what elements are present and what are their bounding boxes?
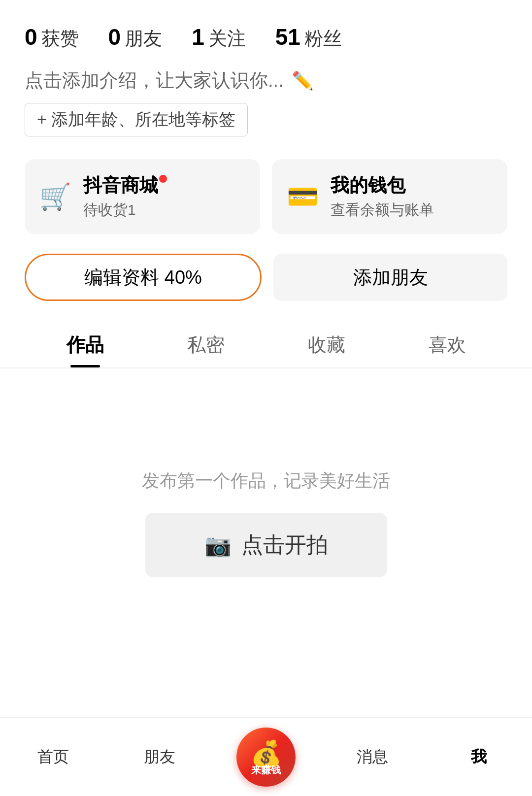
stats-row: 0 获赞 0 朋友 1 关注 51 粉丝 xyxy=(0,0,532,63)
tab-works-label: 作品 xyxy=(66,334,104,355)
tab-works[interactable]: 作品 xyxy=(25,321,145,367)
shop-card[interactable]: 🛒 抖音商城 待收货1 xyxy=(25,159,260,234)
page-wrapper: 0 获赞 0 朋友 1 关注 51 粉丝 点击添加介绍，让大家认识你... ✏️… xyxy=(0,0,532,796)
stat-friends-label: 朋友 xyxy=(125,26,162,51)
tab-likes[interactable]: 喜欢 xyxy=(387,321,507,367)
shop-card-subtitle: 待收货1 xyxy=(83,200,158,220)
earn-label: 来赚钱 xyxy=(251,765,281,775)
bio-text-row[interactable]: 点击添加介绍，让大家认识你... ✏️ xyxy=(25,68,507,93)
nav-me-label: 我 xyxy=(471,746,487,768)
nav-friends[interactable]: 朋友 xyxy=(106,746,213,768)
wallet-card-text: 我的钱包 查看余额与账单 xyxy=(331,173,434,220)
tabs-row: 作品 私密 收藏 喜欢 xyxy=(0,321,532,368)
tab-private[interactable]: 私密 xyxy=(145,321,266,367)
wallet-card[interactable]: 💳 我的钱包 查看余额与账单 xyxy=(272,159,507,234)
empty-state-text: 发布第一个作品，记录美好生活 xyxy=(142,469,390,493)
tab-private-label: 私密 xyxy=(187,334,225,355)
camera-icon: 📷 xyxy=(204,532,232,558)
stat-fans: 51 粉丝 xyxy=(275,24,342,51)
add-tag-button[interactable]: + 添加年龄、所在地等标签 xyxy=(25,103,248,136)
shop-card-text: 抖音商城 待收货1 xyxy=(83,173,158,220)
earn-button[interactable]: 💰 来赚钱 xyxy=(236,728,296,787)
shoot-button[interactable]: 📷 点击开拍 xyxy=(145,513,387,577)
stat-following: 1 关注 xyxy=(192,24,246,51)
add-friend-label: 添加朋友 xyxy=(353,265,428,290)
nav-me[interactable]: 我 xyxy=(426,746,532,768)
stat-friends-number: 0 xyxy=(108,24,121,50)
cards-row: 🛒 抖音商城 待收货1 💳 我的钱包 查看余额与账单 xyxy=(0,144,532,249)
stat-fans-number: 51 xyxy=(275,24,300,50)
nav-friends-label: 朋友 xyxy=(144,746,175,768)
shoot-button-label: 点击开拍 xyxy=(241,531,328,560)
stat-friends: 0 朋友 xyxy=(108,24,163,51)
nav-messages[interactable]: 消息 xyxy=(319,746,426,768)
wallet-icon: 💳 xyxy=(287,182,319,212)
shop-icon: 🛒 xyxy=(39,182,71,212)
tab-favorites[interactable]: 收藏 xyxy=(266,321,387,367)
shop-card-title: 抖音商城 xyxy=(83,173,158,198)
stat-following-number: 1 xyxy=(192,24,204,50)
earn-inner: 💰 来赚钱 xyxy=(250,739,282,775)
edit-profile-label: 编辑资料 40% xyxy=(84,265,202,290)
nav-earn-center[interactable]: 💰 来赚钱 xyxy=(213,728,319,787)
action-row: 编辑资料 40% 添加朋友 xyxy=(0,249,532,316)
tab-favorites-label: 收藏 xyxy=(308,334,345,355)
bio-placeholder: 点击添加介绍，让大家认识你... xyxy=(25,68,284,93)
stat-following-label: 关注 xyxy=(208,26,246,51)
stat-likes-number: 0 xyxy=(25,24,37,50)
stat-likes-label: 获赞 xyxy=(41,26,79,51)
edit-profile-button[interactable]: 编辑资料 40% xyxy=(25,254,262,301)
nav-home-label: 首页 xyxy=(37,746,69,768)
stat-fans-label: 粉丝 xyxy=(304,26,342,51)
wallet-card-title: 我的钱包 xyxy=(331,173,434,198)
tab-likes-label: 喜欢 xyxy=(429,334,466,355)
nav-messages-label: 消息 xyxy=(357,746,388,768)
stat-likes: 0 获赞 xyxy=(25,24,79,51)
bio-section: 点击添加介绍，让大家认识你... ✏️ + 添加年龄、所在地等标签 xyxy=(0,63,532,144)
add-friend-button[interactable]: 添加朋友 xyxy=(273,254,507,301)
content-area: 发布第一个作品，记录美好生活 📷 点击开拍 xyxy=(0,368,532,717)
notification-dot xyxy=(159,175,167,183)
nav-home[interactable]: 首页 xyxy=(0,746,106,768)
wallet-card-subtitle: 查看余额与账单 xyxy=(331,200,434,220)
bottom-nav: 首页 朋友 💰 来赚钱 消息 我 xyxy=(0,717,532,796)
edit-pen-icon[interactable]: ✏️ xyxy=(292,70,314,91)
